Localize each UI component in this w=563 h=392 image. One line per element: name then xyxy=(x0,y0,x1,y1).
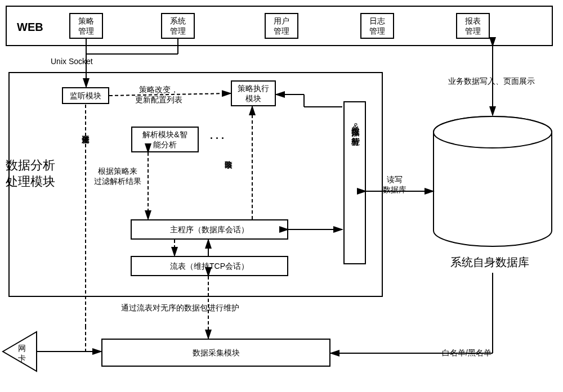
policy-exec-module: 策略执行 模块 xyxy=(231,80,276,106)
collect-module: 数据采集模块 xyxy=(101,339,330,367)
menu-report: 报表 管理 xyxy=(456,13,490,39)
web-title: WEB xyxy=(17,20,43,34)
menu-log: 日志 管理 xyxy=(360,13,394,39)
policy-change-label: 策略改变， 更新配置列表 xyxy=(135,84,182,105)
svg-point-1 xyxy=(434,116,552,148)
dots: · · · xyxy=(210,132,224,145)
menu-user: 用户 管理 xyxy=(265,13,298,39)
rw-db-label: 读写 数据库 xyxy=(383,174,406,195)
biz-write-label: 业务数据写入、页面展示 xyxy=(448,76,535,86)
menu-policy: 策略 管理 xyxy=(69,13,103,39)
flow-table: 流表（维持TCP会话） xyxy=(131,256,288,276)
flow-maintain-label: 通过流表对无序的数据包进行维护 xyxy=(121,303,239,313)
own-db-label: 系统自身数据库 xyxy=(450,255,529,269)
whitelist-label: 白名单/黑名单 xyxy=(442,348,491,358)
unix-socket-label: Unix Socket xyxy=(51,56,93,66)
listen-module: 监听模块 xyxy=(62,87,109,104)
main-program: 主程序（数据库会话） xyxy=(131,219,288,240)
parse-module: 解析模块&智 能分析 xyxy=(131,127,199,152)
svg-point-0 xyxy=(434,116,552,148)
db-interface-label: 数据库接口&智能分析 xyxy=(350,121,361,130)
analysis-module-label: 数据分析 处理模块 xyxy=(6,157,55,190)
filter-result-label: 根据策略来 过滤解析结果 xyxy=(94,166,141,186)
menu-system: 系统 管理 xyxy=(161,13,195,39)
nic-label: 网 卡 xyxy=(18,343,26,363)
